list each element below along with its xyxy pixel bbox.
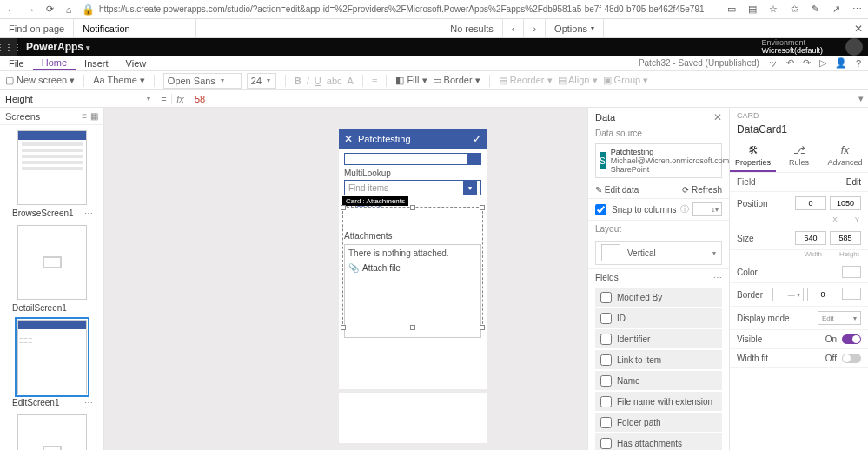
- url-text[interactable]: https://us.create.powerapps.com/studio/?…: [99, 4, 719, 14]
- italic-icon[interactable]: I: [307, 76, 309, 86]
- checker-icon[interactable]: ッ: [768, 56, 778, 69]
- refresh-data-button[interactable]: ⟳ Refresh: [682, 185, 722, 195]
- waffle-icon[interactable]: ⋮⋮⋮: [0, 38, 17, 56]
- more-icon[interactable]: ⋯: [851, 3, 863, 15]
- help-icon[interactable]: ?: [856, 58, 861, 69]
- snap-checkbox[interactable]: [595, 204, 606, 215]
- alignpara-icon[interactable]: ≡: [372, 76, 377, 86]
- screen-thumb-blank[interactable]: [5, 414, 98, 450]
- find-no-results: No results: [441, 19, 503, 37]
- menu-view[interactable]: View: [117, 58, 156, 69]
- fx-icon[interactable]: fx: [172, 94, 189, 104]
- forward-icon[interactable]: →: [24, 4, 36, 15]
- formula-input[interactable]: 58: [189, 94, 854, 104]
- pos-x-input[interactable]: [795, 196, 826, 210]
- fields-more-icon[interactable]: ⋯: [713, 273, 722, 282]
- field-item[interactable]: Modified By: [595, 288, 722, 307]
- field-item[interactable]: Link to item: [595, 350, 722, 369]
- edit-data-button[interactable]: ✎ Edit data: [595, 185, 639, 195]
- share-icon[interactable]: ↗: [830, 3, 842, 15]
- align-button[interactable]: ▤ Align ▾: [558, 75, 598, 86]
- selected-control-name: DataCard1: [730, 123, 868, 141]
- reorder-button[interactable]: ▤ Reorder ▾: [499, 75, 553, 86]
- field-item[interactable]: File name with extension: [595, 392, 722, 411]
- tab-properties[interactable]: 🛠Properties: [730, 141, 776, 172]
- tab-advanced[interactable]: fxAdvanced: [822, 141, 868, 172]
- field-item[interactable]: Name: [595, 371, 722, 390]
- back-icon[interactable]: ←: [5, 4, 17, 15]
- star-icon[interactable]: ☆: [767, 3, 779, 15]
- data-pane-close[interactable]: ✕: [713, 111, 722, 123]
- field-item[interactable]: Folder path: [595, 413, 722, 432]
- home-icon[interactable]: ⌂: [63, 4, 75, 15]
- border-width-input[interactable]: [807, 288, 838, 301]
- info-icon[interactable]: ⓘ: [680, 203, 689, 215]
- properties-pane: CARD DataCard1 🛠Properties ⎇Rules fxAdva…: [729, 108, 868, 450]
- screen-thumb-edit[interactable]: — — —— — —— — —— — EditScreen1⋯: [5, 320, 98, 407]
- border-style-select[interactable]: — ▾: [772, 288, 804, 301]
- close-icon[interactable]: ✕: [344, 133, 353, 145]
- find-prev[interactable]: ‹: [503, 19, 525, 37]
- multilookup-input[interactable]: Find items▾: [344, 180, 481, 195]
- group-button[interactable]: ▣ Group ▾: [603, 75, 649, 86]
- reader-icon[interactable]: ▭: [726, 3, 738, 15]
- field-item[interactable]: Identifier: [595, 329, 722, 348]
- fav-icon[interactable]: ✩: [788, 3, 800, 15]
- widthfit-toggle[interactable]: [842, 354, 861, 363]
- redo-icon[interactable]: ↷: [803, 57, 811, 69]
- data-source-card[interactable]: S Patchtesting Michael@Wicren.onmicrosof…: [595, 143, 722, 178]
- undo-icon[interactable]: ↶: [786, 57, 794, 69]
- thumb-icon[interactable]: ▦: [90, 111, 98, 121]
- underline-icon[interactable]: U: [315, 76, 321, 86]
- border-button[interactable]: ▭ Border ▾: [433, 75, 480, 86]
- tree-icon[interactable]: ≡: [82, 111, 87, 121]
- fontcolor-icon[interactable]: A: [348, 76, 354, 86]
- snap-columns-select[interactable]: 1 ▾: [692, 202, 722, 216]
- thumb-more-icon[interactable]: ⋯: [84, 398, 93, 407]
- menu-file[interactable]: File: [0, 58, 33, 69]
- bold-icon[interactable]: B: [295, 76, 301, 86]
- border-color-picker[interactable]: [842, 288, 861, 300]
- layout-select[interactable]: Vertical ▾: [595, 241, 722, 265]
- tab-rules[interactable]: ⎇Rules: [776, 141, 822, 172]
- notes-icon[interactable]: ▤: [746, 3, 759, 15]
- font-dropdown[interactable]: Open Sans▾: [163, 73, 242, 89]
- fields-list: Modified By ID Identifier Link to item N…: [588, 286, 729, 450]
- color-picker[interactable]: [842, 266, 861, 278]
- screens-panel: Screens ≡ ▦ BrowseScreen1⋯ DetailScreen1…: [0, 108, 104, 450]
- avatar[interactable]: [845, 38, 863, 56]
- field-item[interactable]: ID: [595, 308, 722, 328]
- find-options[interactable]: Options ▾: [546, 19, 604, 37]
- fill-button[interactable]: ◧ Fill ▾: [395, 75, 427, 86]
- strike-icon[interactable]: abc: [327, 76, 342, 86]
- menu-home[interactable]: Home: [33, 56, 76, 70]
- ink-icon[interactable]: ✎: [809, 3, 821, 15]
- find-input[interactable]: [83, 23, 187, 34]
- pos-y-input[interactable]: [830, 196, 861, 210]
- menu-insert[interactable]: Insert: [76, 58, 117, 69]
- submit-icon[interactable]: ✓: [473, 133, 481, 145]
- find-next[interactable]: ›: [524, 19, 546, 37]
- find-close[interactable]: ✕: [849, 23, 868, 35]
- fontsize-dropdown[interactable]: 24▾: [247, 73, 276, 89]
- thumb-more-icon[interactable]: ⋯: [84, 208, 93, 218]
- formula-property[interactable]: Height▾: [0, 94, 156, 104]
- screen-thumb-browse[interactable]: BrowseScreen1⋯: [5, 130, 98, 218]
- canvas[interactable]: ✕ Patchtesting ✓ MultiLookup Find items▾…: [104, 108, 587, 450]
- prop-field-value[interactable]: Edit: [846, 177, 861, 187]
- new-screen-button[interactable]: ▢ New screen ▾: [5, 75, 75, 86]
- share-app-icon[interactable]: 👤: [835, 57, 847, 69]
- width-input[interactable]: [795, 231, 826, 245]
- field-item[interactable]: Has attachments: [595, 433, 722, 450]
- play-icon[interactable]: ▷: [819, 57, 826, 69]
- thumb-more-icon[interactable]: ⋯: [84, 303, 93, 313]
- display-mode-select[interactable]: Edit▾: [818, 311, 861, 325]
- environment-picker[interactable]: Environment Wicresoft(default): [752, 37, 840, 56]
- visible-toggle[interactable]: [842, 334, 861, 344]
- chevron-down-icon[interactable]: ▾: [86, 43, 90, 52]
- screen-thumb-detail[interactable]: DetailScreen1⋯: [5, 225, 98, 313]
- height-input[interactable]: [830, 231, 861, 245]
- refresh-icon[interactable]: ⟳: [43, 3, 56, 15]
- theme-button[interactable]: Aa Theme ▾: [93, 75, 145, 86]
- formula-expand-icon[interactable]: ▾: [854, 93, 868, 104]
